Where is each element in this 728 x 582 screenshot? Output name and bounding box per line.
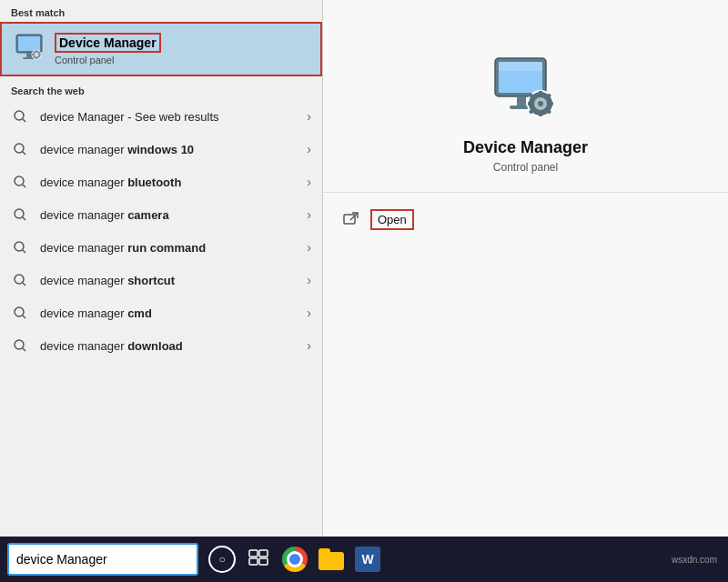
taskbar-search-input[interactable]	[16, 552, 189, 567]
search-item-text-3: device manager camera	[40, 208, 307, 222]
right-panel-app-icon	[490, 55, 562, 127]
svg-rect-36	[528, 102, 532, 105]
svg-point-18	[15, 242, 24, 251]
device-manager-icon	[13, 33, 46, 65]
right-panel-title: Device Manager	[463, 138, 588, 157]
search-item-6[interactable]: device manager cmd ›	[0, 296, 322, 329]
search-icon-5	[11, 271, 29, 289]
search-item-3[interactable]: device manager camera ›	[0, 198, 322, 231]
best-match-label: Best match	[0, 0, 322, 22]
action-row[interactable]: Open	[323, 204, 728, 236]
best-match-text: Device Manager Control panel	[55, 33, 161, 65]
svg-rect-44	[249, 550, 258, 557]
folder-icon	[318, 548, 344, 570]
chevron-icon-5: ›	[307, 273, 311, 287]
chevron-icon-2: ›	[307, 175, 311, 189]
search-icon-2	[11, 173, 29, 191]
search-item-text-6: device manager cmd	[40, 306, 307, 320]
search-item-text-7: device manager download	[40, 339, 307, 353]
search-item-text-1: device manager windows 10	[40, 143, 307, 156]
search-item-text-2: device manager bluetooth	[40, 176, 307, 189]
svg-rect-47	[259, 558, 268, 565]
search-icon-0	[11, 107, 29, 125]
right-panel-subtitle: Control panel	[493, 161, 558, 174]
chrome-button[interactable]	[278, 543, 311, 576]
search-icon-6	[11, 304, 29, 322]
taskbar-search-bar[interactable]	[7, 543, 198, 576]
svg-rect-37	[549, 102, 553, 105]
svg-rect-42	[344, 215, 355, 224]
search-item-7[interactable]: device manager download ›	[0, 329, 322, 362]
open-label[interactable]: Open	[370, 209, 414, 230]
search-icon-4	[11, 238, 29, 256]
cortana-button[interactable]: ○	[206, 543, 238, 576]
svg-line-11	[23, 119, 25, 122]
svg-line-43	[350, 213, 358, 220]
start-menu: Best match	[0, 0, 728, 537]
search-icon-7	[11, 336, 29, 355]
svg-line-15	[23, 185, 25, 187]
search-item-5[interactable]: device manager shortcut ›	[0, 264, 322, 296]
chrome-icon	[282, 547, 308, 572]
search-item-1[interactable]: device manager windows 10 ›	[0, 133, 322, 166]
word-icon: W	[355, 547, 380, 572]
chevron-icon-1: ›	[307, 142, 311, 156]
search-item-0[interactable]: device Manager - See web results ›	[0, 100, 322, 133]
svg-rect-46	[249, 558, 258, 565]
svg-point-24	[15, 340, 24, 349]
svg-point-5	[35, 53, 39, 57]
task-view-button[interactable]	[242, 543, 275, 576]
search-item-2[interactable]: device manager bluetooth ›	[0, 166, 322, 198]
svg-rect-35	[539, 112, 542, 116]
search-item-4[interactable]: device manager run command ›	[0, 231, 322, 264]
svg-line-21	[23, 283, 25, 286]
svg-point-20	[15, 275, 24, 284]
svg-rect-28	[499, 62, 542, 71]
search-web-label: Search the web	[0, 78, 322, 100]
svg-line-23	[23, 316, 25, 318]
right-panel-divider	[323, 192, 728, 193]
svg-line-25	[23, 348, 25, 351]
svg-rect-1	[18, 36, 40, 51]
svg-point-33	[538, 101, 543, 106]
brand-watermark: wsxdn.com	[672, 555, 717, 565]
best-match-title: Device Manager	[55, 33, 161, 53]
svg-point-22	[15, 307, 24, 316]
svg-rect-9	[39, 54, 41, 55]
chevron-icon-7: ›	[307, 338, 311, 353]
search-item-text-5: device manager shortcut	[40, 274, 307, 287]
open-action-icon	[341, 210, 361, 230]
search-icon-1	[11, 140, 29, 158]
svg-rect-7	[35, 57, 37, 59]
svg-line-19	[23, 250, 25, 253]
search-item-text-0: device Manager - See web results	[40, 110, 307, 124]
svg-point-12	[15, 144, 24, 153]
search-item-text-4: device manager run command	[40, 241, 307, 255]
chevron-icon-0: ›	[307, 109, 311, 124]
search-icon-3	[11, 206, 29, 224]
file-explorer-button[interactable]	[315, 543, 348, 576]
svg-point-10	[15, 111, 24, 120]
chevron-icon-3: ›	[307, 207, 311, 222]
svg-rect-34	[539, 91, 542, 95]
chevron-icon-4: ›	[307, 240, 311, 255]
svg-rect-8	[32, 54, 34, 55]
taskbar: ○ W wsxdn.com	[0, 537, 728, 582]
cortana-circle: ○	[208, 546, 236, 573]
best-match-item[interactable]: Device Manager Control panel	[0, 22, 322, 76]
svg-line-17	[23, 217, 25, 220]
svg-point-16	[15, 209, 24, 218]
svg-line-13	[23, 152, 25, 155]
svg-rect-45	[259, 550, 268, 557]
chevron-icon-6: ›	[307, 306, 311, 320]
svg-point-14	[15, 176, 24, 186]
right-panel: Device Manager Control panel Open	[323, 0, 728, 537]
best-match-subtitle: Control panel	[55, 55, 161, 65]
svg-rect-29	[517, 96, 526, 105]
svg-rect-2	[26, 53, 32, 57]
svg-rect-6	[35, 50, 37, 52]
word-button[interactable]: W	[351, 543, 384, 576]
left-panel: Best match	[0, 0, 323, 537]
